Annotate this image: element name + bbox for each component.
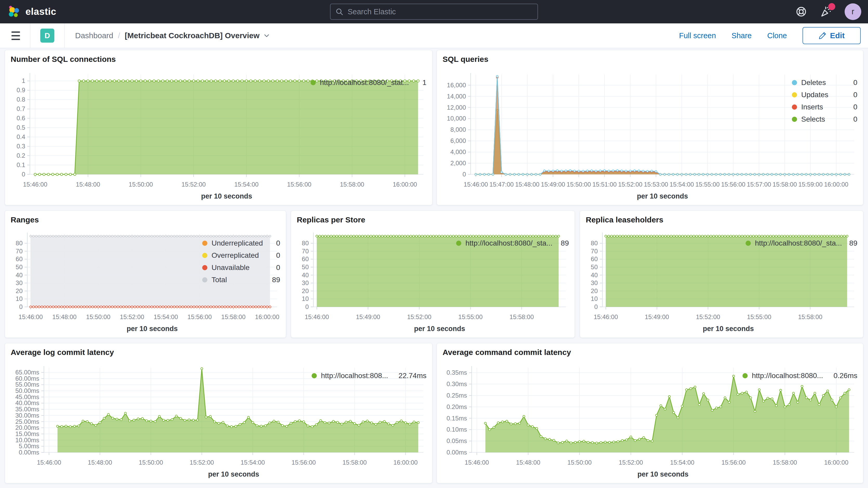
legend-value: 1 bbox=[422, 79, 427, 87]
legend-value: 22.74ms bbox=[399, 372, 427, 379]
sql-queries-chart[interactable]: 15:46:0015:47:0015:48:0015:49:0015:50:00… bbox=[442, 67, 792, 200]
legend-dot bbox=[202, 253, 207, 258]
legend-label: http://localhost:808... bbox=[321, 372, 388, 379]
svg-text:15:46:00: 15:46:00 bbox=[465, 459, 489, 466]
x-axis-label: per 10 seconds bbox=[637, 192, 688, 200]
panel-title: Number of SQL connections bbox=[11, 55, 427, 67]
svg-text:80: 80 bbox=[16, 240, 23, 247]
edit-button-label: Edit bbox=[830, 31, 845, 40]
legend-value: 0 bbox=[853, 79, 857, 87]
replica-leaseholders-chart[interactable]: 15:46:0015:49:0015:52:0015:55:0015:58:00… bbox=[586, 227, 746, 333]
svg-text:15:52:00: 15:52:00 bbox=[120, 313, 144, 321]
svg-text:15:50:00: 15:50:00 bbox=[566, 181, 591, 188]
legend-dot bbox=[746, 241, 751, 246]
svg-text:60.00ms: 60.00ms bbox=[16, 375, 39, 382]
legend-item[interactable]: http://localhost:8080/_stat...1 bbox=[311, 79, 427, 87]
legend-dot bbox=[742, 373, 748, 378]
legend-item[interactable]: http://localhost:8080/_sta...89 bbox=[456, 239, 569, 247]
svg-text:10.00ms: 10.00ms bbox=[16, 436, 39, 444]
svg-text:15:46:00: 15:46:00 bbox=[305, 313, 329, 321]
svg-text:0.4: 0.4 bbox=[17, 133, 25, 140]
svg-text:0: 0 bbox=[594, 303, 598, 310]
svg-text:15:54:00: 15:54:00 bbox=[670, 181, 694, 188]
legend-dot bbox=[311, 80, 316, 85]
share-button[interactable]: Share bbox=[732, 31, 751, 40]
legend-item[interactable]: Unavailable0 bbox=[202, 264, 280, 272]
legend-dot bbox=[202, 277, 207, 282]
legend-dot bbox=[792, 92, 797, 97]
svg-text:15:48:00: 15:48:00 bbox=[515, 181, 539, 188]
clone-button[interactable]: Clone bbox=[767, 31, 787, 40]
elastic-brand[interactable]: elastic bbox=[7, 5, 56, 19]
legend-item[interactable]: Underreplicated0 bbox=[202, 239, 280, 247]
search-input[interactable] bbox=[347, 7, 533, 17]
svg-text:15:52:00: 15:52:00 bbox=[407, 313, 431, 321]
help-button[interactable] bbox=[795, 5, 808, 18]
sql-connections-chart[interactable]: 15:46:0015:48:0015:50:0015:52:0015:54:00… bbox=[11, 67, 311, 200]
dashboard-title-menu[interactable]: [Metricbeat CockroachDB] Overview bbox=[125, 31, 270, 40]
elastic-logo-icon bbox=[7, 5, 20, 19]
y-axis: 01020304050607080 bbox=[16, 233, 27, 310]
legend-item[interactable]: Overreplicated0 bbox=[202, 251, 280, 259]
y-axis: 01020304050607080 bbox=[591, 233, 602, 310]
legend-dot bbox=[792, 80, 797, 85]
panel-replica-leaseholders: Replica leaseholders 15:46:0015:49:0015:… bbox=[580, 211, 863, 338]
svg-text:15:53:00: 15:53:00 bbox=[644, 181, 668, 188]
svg-text:0.6: 0.6 bbox=[17, 115, 25, 122]
menu-button[interactable] bbox=[11, 31, 20, 40]
user-avatar[interactable]: r bbox=[845, 3, 861, 20]
kibana-dashboard-app: elastic bbox=[0, 0, 868, 488]
pencil-icon bbox=[818, 32, 827, 39]
global-search[interactable] bbox=[330, 4, 538, 20]
svg-text:15:56:00: 15:56:00 bbox=[721, 181, 745, 188]
legend-value: 0 bbox=[853, 115, 857, 123]
x-axis-label: per 10 seconds bbox=[127, 325, 178, 333]
svg-text:15:50:00: 15:50:00 bbox=[129, 181, 153, 188]
svg-text:15:52:00: 15:52:00 bbox=[696, 313, 720, 321]
svg-text:2,000: 2,000 bbox=[451, 159, 466, 166]
log-commit-latency-chart[interactable]: 15:46:0015:48:0015:50:0015:52:0015:54:00… bbox=[11, 360, 312, 478]
x-axis-label: per 10 seconds bbox=[638, 470, 689, 478]
svg-text:4,000: 4,000 bbox=[451, 148, 466, 155]
svg-text:15:46:00: 15:46:00 bbox=[37, 459, 61, 466]
legend-item[interactable]: Selects0 bbox=[792, 115, 857, 123]
ranges-chart[interactable]: 15:46:0015:48:0015:50:0015:52:0015:54:00… bbox=[11, 227, 202, 333]
legend-dot bbox=[312, 373, 317, 378]
legend-label: Underreplicated bbox=[212, 239, 263, 247]
legend-item[interactable]: http://localhost:8080...0.26ms bbox=[742, 372, 857, 379]
replicas-per-store-chart[interactable]: 15:46:0015:49:0015:52:0015:55:0015:58:00… bbox=[297, 227, 456, 333]
breadcrumb-dashboard-link[interactable]: Dashboard bbox=[75, 31, 113, 40]
y-axis: 0.00ms5.00ms10.00ms15.00ms20.00ms25.00ms… bbox=[16, 366, 44, 456]
legend-item[interactable]: Updates0 bbox=[792, 91, 857, 99]
command-commit-latency-chart[interactable]: 15:46:0015:48:0015:50:0015:52:0015:54:00… bbox=[442, 360, 742, 478]
edit-button[interactable]: Edit bbox=[803, 27, 861, 44]
svg-text:30: 30 bbox=[591, 279, 598, 286]
legend-item[interactable]: http://localhost:8080/_sta...89 bbox=[746, 239, 857, 247]
svg-text:45.00ms: 45.00ms bbox=[16, 393, 39, 400]
svg-text:15:48:00: 15:48:00 bbox=[76, 181, 100, 188]
full-screen-button[interactable]: Full screen bbox=[679, 31, 716, 40]
svg-text:40: 40 bbox=[591, 272, 598, 279]
y-axis: 01020304050607080 bbox=[302, 233, 313, 310]
legend-item[interactable]: Total89 bbox=[202, 276, 280, 284]
legend-item[interactable]: http://localhost:808...22.74ms bbox=[312, 372, 427, 379]
svg-text:0: 0 bbox=[463, 171, 466, 178]
svg-text:40: 40 bbox=[302, 272, 309, 279]
svg-text:20: 20 bbox=[591, 287, 598, 295]
svg-text:15:57:00: 15:57:00 bbox=[747, 181, 771, 188]
svg-text:0.3: 0.3 bbox=[17, 143, 25, 150]
svg-text:60: 60 bbox=[302, 255, 309, 263]
panel-average-log-commit-latency: Average log commit latency 15:46:0015:48… bbox=[5, 343, 432, 483]
legend-item[interactable]: Inserts0 bbox=[792, 103, 857, 111]
svg-text:0.25ms: 0.25ms bbox=[446, 392, 467, 399]
breadcrumb-separator: / bbox=[118, 31, 120, 40]
chart-legend: Deletes0Updates0Inserts0Selects0 bbox=[792, 67, 857, 200]
panel-title: SQL queries bbox=[442, 55, 857, 67]
svg-text:0: 0 bbox=[305, 303, 309, 310]
chart-legend: http://localhost:8080/_sta...89 bbox=[456, 227, 569, 333]
svg-text:15:52:00: 15:52:00 bbox=[618, 181, 642, 188]
news-button[interactable] bbox=[820, 5, 833, 18]
legend-label: Overreplicated bbox=[212, 251, 259, 259]
legend-item[interactable]: Deletes0 bbox=[792, 79, 857, 87]
toolbar-actions: Full screen Share Clone Edit bbox=[679, 27, 861, 44]
